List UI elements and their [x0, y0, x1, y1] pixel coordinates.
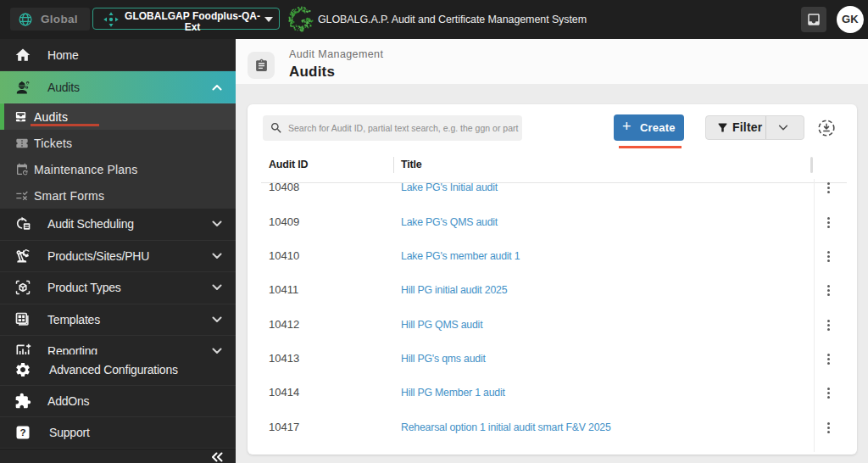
- svg-text:?: ?: [19, 427, 25, 438]
